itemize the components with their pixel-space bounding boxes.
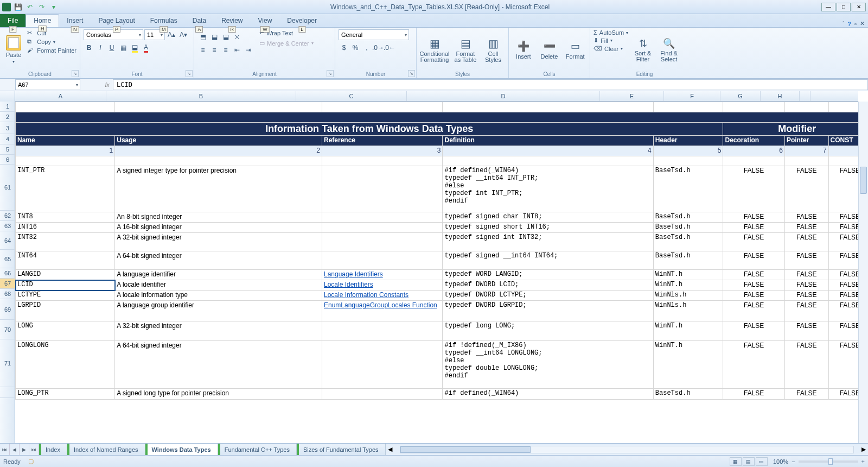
cell[interactable]	[784, 102, 828, 112]
tab-nav-prev[interactable]: ◀	[10, 444, 20, 455]
row-header[interactable]: 61	[0, 165, 15, 211]
tab-nav-last[interactable]: ⏭	[29, 444, 39, 455]
undo-icon[interactable]: ↶	[25, 2, 35, 12]
orientation-button[interactable]: ⤬	[232, 31, 242, 42]
tab-data[interactable]: DataA	[185, 14, 214, 27]
comma-button[interactable]: ,	[361, 42, 372, 53]
row-header[interactable]: 68	[0, 289, 15, 299]
cell[interactable]: A language group identifier	[115, 301, 322, 321]
column-header-D[interactable]: D	[407, 91, 600, 101]
row-header[interactable]: 64	[0, 231, 15, 250]
cell[interactable]: A signed integer type for pointer precis…	[115, 166, 322, 212]
cell[interactable]: FALSE	[784, 301, 828, 321]
cell[interactable]	[653, 156, 723, 166]
align-top-button[interactable]: ⬒	[197, 31, 208, 42]
cell[interactable]: #if !defined(_M_IX86) typedef __int64 LO…	[443, 341, 653, 389]
cell[interactable]	[322, 341, 443, 389]
clipboard-launcher[interactable]: ↘	[72, 70, 79, 77]
row-header[interactable]: 70	[0, 320, 15, 339]
cell[interactable]: Reference	[322, 136, 443, 146]
cell[interactable]: Locale Information Constants	[322, 291, 443, 301]
cell[interactable]	[443, 102, 653, 112]
cell[interactable]: FALSE	[723, 301, 784, 321]
cell[interactable]: typedef signed __int64 INT64;	[443, 251, 653, 270]
tab-formulas[interactable]: FormulasM	[143, 14, 185, 27]
column-header-H[interactable]: H	[761, 91, 800, 101]
cell[interactable]: INT64	[16, 251, 115, 270]
cut-button[interactable]: ✂Cut	[27, 29, 76, 37]
cell[interactable]	[322, 223, 443, 233]
cell[interactable]: FALSE	[828, 212, 858, 223]
cell[interactable]	[322, 321, 443, 341]
merge-center-button[interactable]: ▭Merge & Center▾	[259, 40, 314, 47]
cell[interactable]: FALSE	[784, 251, 828, 270]
row-header[interactable]: 69	[0, 299, 15, 320]
cell[interactable]: A signed long type for pointer precision	[115, 389, 322, 400]
cell[interactable]: typedef signed char INT8;	[443, 212, 653, 223]
tab-file[interactable]: FileF	[0, 14, 25, 27]
column-header-G[interactable]: G	[720, 91, 761, 101]
cell[interactable]: 2	[115, 146, 322, 156]
minimize-ribbon-icon[interactable]: ˆ	[843, 21, 845, 27]
cell[interactable]: FALSE	[723, 251, 784, 270]
cell[interactable]	[653, 102, 723, 112]
mdi-close-icon[interactable]: ✕	[860, 20, 865, 27]
column-header-E[interactable]: E	[600, 91, 664, 101]
cell[interactable]: FALSE	[723, 389, 784, 400]
cell[interactable]: Modifier	[723, 123, 858, 136]
cell[interactable]: FALSE	[723, 291, 784, 301]
row-header[interactable]: 1	[0, 102, 15, 112]
cell[interactable]: typedef DWORD LCTYPE;	[443, 291, 653, 301]
help-icon[interactable]: ?	[847, 21, 851, 27]
name-box[interactable]: A67	[15, 79, 80, 90]
tab-review[interactable]: ReviewR	[214, 14, 250, 27]
cell[interactable]	[115, 102, 322, 112]
scroll-thumb[interactable]	[860, 167, 867, 194]
row-header[interactable]: 3	[0, 122, 15, 134]
decrease-indent-button[interactable]: ⇤	[232, 45, 242, 55]
cell[interactable]	[784, 156, 828, 166]
cell[interactable]: FALSE	[723, 223, 784, 233]
tab-view[interactable]: ViewW	[251, 14, 280, 27]
cell[interactable]: EnumLanguageGroupLocales Function	[322, 301, 443, 321]
cell[interactable]	[322, 102, 443, 112]
zoom-in-button[interactable]: +	[861, 458, 865, 465]
format-cells-button[interactable]: ▭Format	[564, 29, 586, 70]
cell[interactable]: FALSE	[723, 321, 784, 341]
column-header-F[interactable]: F	[664, 91, 720, 101]
cell[interactable]: A 64-bit signed integer	[115, 251, 322, 270]
sheet-tab[interactable]: Fundamental C++ Types	[218, 444, 297, 455]
cell[interactable]: typedef WORD LANGID;	[443, 270, 653, 280]
row-header[interactable]: 65	[0, 250, 15, 268]
cell[interactable]	[723, 102, 784, 112]
cell[interactable]: A 32-bit signed integer	[115, 233, 322, 251]
cell[interactable]: Definition	[443, 136, 653, 146]
cell[interactable]: 3	[322, 146, 443, 156]
cell[interactable]: FALSE	[828, 341, 858, 389]
align-center-button[interactable]: ≡	[209, 45, 220, 55]
cell[interactable]: WinNls.h	[653, 291, 723, 301]
cell[interactable]: FALSE	[784, 212, 828, 223]
increase-decimal-button[interactable]: .0→	[373, 42, 384, 53]
cell[interactable]	[322, 251, 443, 270]
cell[interactable]	[322, 212, 443, 223]
align-bottom-button[interactable]: ⬓	[220, 31, 231, 42]
cell[interactable]: A 64-bit signed integer	[115, 341, 322, 389]
row-header[interactable]: 67	[0, 279, 15, 289]
cell[interactable]: Pointer	[784, 136, 828, 146]
vertical-scrollbar[interactable]	[858, 102, 868, 443]
cell[interactable]: Locale Identifiers	[322, 280, 443, 291]
cell[interactable]: FALSE	[784, 341, 828, 389]
cell[interactable]	[16, 102, 115, 112]
paste-button[interactable]: Paste▾	[3, 29, 24, 70]
column-header-extra[interactable]	[800, 91, 810, 101]
column-header-B[interactable]: B	[106, 91, 296, 101]
select-all-corner[interactable]	[0, 91, 15, 102]
cell[interactable]: BaseTsd.h	[653, 166, 723, 212]
bold-button[interactable]: B	[84, 42, 94, 53]
cell[interactable]: FALSE	[784, 321, 828, 341]
sheet-tab[interactable]: Index of Named Ranges	[67, 444, 145, 455]
font-color-button[interactable]: A	[141, 42, 151, 53]
cell[interactable]	[828, 156, 858, 166]
hscroll-left-icon[interactable]: ◀	[388, 446, 392, 453]
